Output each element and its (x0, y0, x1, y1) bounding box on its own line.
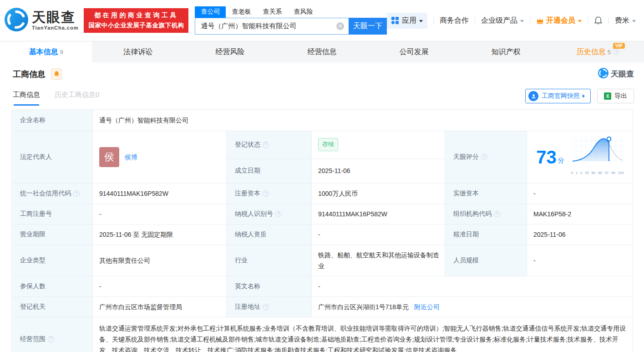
field-label: 注册资本 (227, 184, 312, 204)
table-row: 法定代表人 侯 侯博 登记状态 存续 天眼评分 73 分 (12, 131, 633, 159)
score-distribution-chart[interactable]: 01 315 5085 9799 100 (571, 136, 624, 179)
divider (433, 17, 434, 25)
tab-intellectual-property[interactable]: 知识产权 (460, 41, 552, 62)
divider (609, 17, 609, 25)
taxpayer-id-value: 91440111MAK16P582W (312, 204, 445, 224)
table-row: 企业名称 通号（广州）智能科技有限公司 (12, 110, 633, 131)
status-badge: 存续 (318, 138, 338, 151)
tab-label: 经营风险 (215, 47, 244, 57)
divider (588, 17, 588, 25)
nearby-companies-link[interactable]: 附近公司 (414, 303, 440, 311)
search-tab-risk[interactable]: 查风险 (288, 6, 319, 18)
field-label: 人员规模 (445, 245, 527, 276)
table-row: 参保人数 - 英文名称 - (12, 276, 633, 297)
clear-search-icon[interactable] (336, 22, 344, 30)
tab-label: 经营信息 (307, 47, 336, 57)
help-icon[interactable] (73, 190, 80, 197)
apps-menu[interactable]: 应用 (387, 13, 427, 29)
help-icon[interactable] (263, 304, 269, 310)
legal-rep-link[interactable]: 侯博 (125, 152, 137, 163)
top-menu: 应用 商务合作 企业级产品 开通会员 费米 (387, 13, 636, 29)
tab-operation-risk[interactable]: 经营风险 (184, 41, 276, 62)
menu-cooperation[interactable]: 商务合作 (440, 16, 469, 26)
field-label: 实缴资本 (445, 184, 527, 204)
field-label: 注册地址 (227, 297, 312, 317)
subtab-business-info[interactable]: 工商信息 (13, 91, 40, 106)
promo-banner: 都在用的商业查询工具 国家中小企业发展子基金旗下机构 (84, 8, 188, 33)
official-snapshot-button[interactable]: 工商官网快照 (525, 89, 591, 103)
help-icon[interactable] (48, 336, 54, 342)
notification-bell-icon[interactable] (594, 16, 603, 25)
tab-label: 法律诉讼 (123, 47, 152, 57)
chevron-down-icon (419, 20, 423, 22)
help-icon[interactable] (613, 49, 619, 55)
tab-operation-info[interactable]: 经营信息 (276, 41, 368, 62)
snapshot-label: 工商官网快照 (542, 92, 580, 100)
industry-value: 铁路、船舶、航空航天和其他运输设备制造业 (312, 245, 445, 276)
search-input[interactable] (195, 18, 349, 35)
export-button[interactable]: 导出 (597, 89, 634, 103)
legal-rep-cell: 侯 侯博 (93, 131, 227, 184)
tab-legal-lawsuits[interactable]: 法律诉讼 (92, 41, 184, 62)
business-scope-value: 轨道交通运营管理系统开发;对外承包工程;计算机系统服务;业务培训（不含教育培训、… (93, 317, 633, 352)
help-icon[interactable] (275, 211, 282, 217)
field-label: 登记机关 (12, 297, 93, 317)
search-tab-company[interactable]: 查公司 (195, 6, 226, 18)
logo-brand-text: 天眼查 (32, 10, 78, 24)
help-icon[interactable] (494, 211, 500, 217)
crown-icon (536, 17, 544, 24)
subtab-row: 工商信息 历史工商信息0 工商官网快照 导出 (0, 85, 644, 108)
field-label: 英文名称 (227, 276, 312, 297)
search-button[interactable]: 天眼一下 (349, 18, 387, 35)
english-name-value: - (312, 276, 633, 297)
help-icon[interactable] (481, 154, 487, 160)
reg-address-cell: 广州市白云区兴湖街1号718单元 附近公司 (312, 297, 633, 317)
watermark-text: 天眼查 (611, 69, 634, 79)
apps-label: 应用 (402, 16, 416, 26)
promo-line2: 国家中小企业发展子基金旗下机构 (88, 21, 184, 30)
tab-company-development[interactable]: 公司发展 (368, 41, 460, 62)
export-label: 导出 (614, 92, 627, 100)
tianyancha-logo-icon (5, 8, 28, 33)
tab-history-info[interactable]: VIP 历史信息 5 (552, 41, 644, 62)
uscc-value: 91440111MAK16P582W (93, 184, 227, 204)
tianyancha-logo[interactable]: 天眼查 TianYanCha.com (5, 8, 78, 33)
reg-number-value: - (93, 204, 227, 224)
chevron-down-icon (520, 20, 524, 22)
score-value: 73 (536, 148, 557, 166)
tab-label: 基本信息 (29, 47, 58, 57)
menu-enterprise-label: 企业级产品 (481, 16, 517, 26)
reg-capital-value: 1000万人民币 (312, 184, 445, 204)
subtab-history-business-info[interactable]: 历史工商信息0 (55, 91, 99, 106)
watermark-logo-icon (598, 68, 609, 80)
subscribe-bell-icon[interactable] (51, 68, 62, 80)
help-icon[interactable] (263, 190, 269, 197)
menu-vip[interactable]: 开通会员 (536, 16, 582, 26)
reg-authority-value: 广州市白云区市场监督管理局 (93, 297, 227, 317)
search-tab-relation[interactable]: 查关系 (257, 6, 288, 18)
approval-date-value: 2025-11-06 (527, 224, 633, 245)
score-cell: 73 分 (527, 131, 633, 184)
field-label: 参保人数 (12, 276, 93, 297)
score-unit: 分 (558, 155, 564, 166)
help-icon[interactable] (263, 142, 269, 148)
search-tab-boss[interactable]: 查老板 (226, 6, 257, 18)
divider (530, 17, 530, 25)
field-label: 统一社会信用代码 (12, 184, 93, 204)
tab-count: 5 (608, 49, 611, 56)
username-label: 费米 (615, 16, 629, 26)
search-tabs: 查公司 查老板 查关系 查风险 (195, 6, 387, 18)
menu-enterprise[interactable]: 企业级产品 (481, 16, 524, 26)
tianyancha-watermark: 天眼查 (598, 68, 634, 80)
promo-line1: 都在用的商业查询工具 (88, 11, 184, 20)
arrow-right-icon (583, 94, 585, 98)
taxpayer-quality-value: - (312, 224, 445, 245)
apps-grid-icon (391, 17, 399, 24)
tab-basic-info[interactable]: 基本信息 9 (0, 41, 92, 62)
reg-address-value: 广州市白云区兴湖街1号718单元 (318, 303, 409, 311)
score-axis-labels: 01 315 5085 9799 100 (571, 168, 624, 179)
user-menu[interactable]: 费米 (615, 16, 636, 26)
business-info-table: 企业名称 通号（广州）智能科技有限公司 法定代表人 侯 侯博 登记状态 存续 天… (11, 109, 633, 352)
logo-domain-text: TianYanCha.com (32, 25, 78, 31)
tab-label: 历史信息 (577, 47, 606, 57)
